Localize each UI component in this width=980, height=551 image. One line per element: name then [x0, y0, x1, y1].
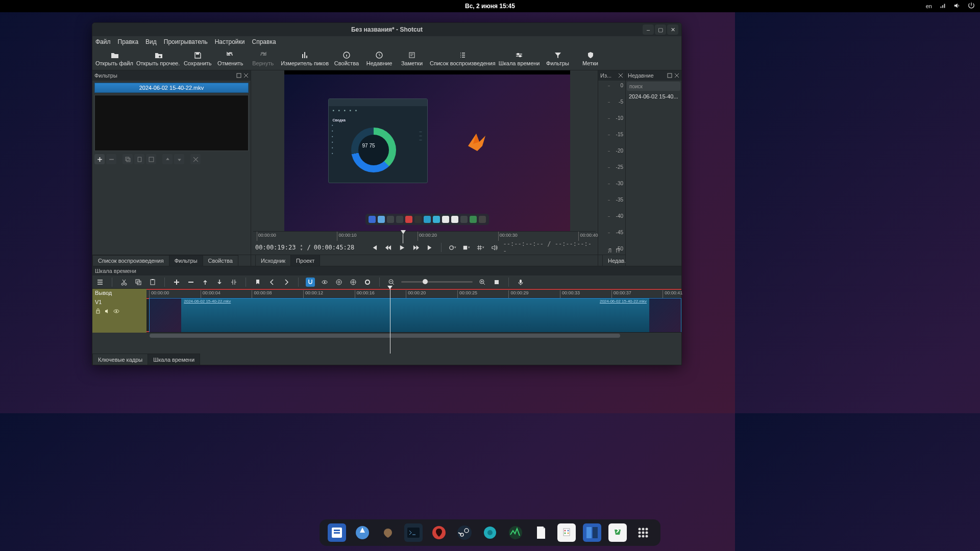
- selected-clip-name[interactable]: 2024-06-02 15-40-22.mkv: [94, 83, 249, 93]
- playlist-button[interactable]: Список воспроизведения: [430, 48, 496, 69]
- split-button[interactable]: [229, 278, 238, 287]
- play-button[interactable]: [397, 242, 408, 253]
- zoom-fit-button-tl[interactable]: [492, 278, 501, 287]
- current-timecode[interactable]: 00:00:19:23: [255, 244, 296, 251]
- lock-icon[interactable]: [95, 308, 101, 314]
- zoom-fit-button[interactable]: ▾: [461, 242, 472, 253]
- close-panel-icon[interactable]: [243, 73, 249, 78]
- tab-keyframes[interactable]: Ключевые кадры: [92, 354, 148, 365]
- menu-bar: Файл Правка Вид Проигрыватель Настройки …: [92, 36, 681, 47]
- undock-icon[interactable]: [236, 73, 241, 78]
- volume-button[interactable]: [489, 242, 500, 253]
- overwrite-button[interactable]: [215, 278, 224, 287]
- window-minimize-button[interactable]: –: [643, 24, 654, 35]
- copy-filter-button[interactable]: [122, 154, 133, 164]
- tab-timeline[interactable]: Шкала времени: [148, 354, 200, 365]
- open-other-button[interactable]: Открыть прочее.: [136, 48, 180, 69]
- player-ruler[interactable]: 00:00:0000:00:1000:00:2000:00:3000:00:40: [253, 231, 596, 240]
- redo-button[interactable]: Вернуть: [248, 48, 278, 69]
- player-playhead[interactable]: [401, 230, 406, 234]
- timeline-clip[interactable]: 2024-06-02 15-40-22.mkv 2024-06-02 15-40…: [149, 298, 681, 333]
- preview-canvas[interactable]: ■■■■■ Сводка ●●●●●● 97 75 ———: [284, 70, 570, 231]
- save-button[interactable]: Сохранить: [183, 48, 212, 69]
- menu-edit[interactable]: Правка: [118, 38, 139, 45]
- svg-rect-6: [237, 73, 241, 78]
- scrub-button[interactable]: [320, 278, 329, 287]
- mute-icon[interactable]: [104, 308, 110, 314]
- marker-button[interactable]: [253, 278, 262, 287]
- append-button[interactable]: [172, 278, 181, 287]
- timeline-ruler[interactable]: 00:00:0000:00:0400:00:0800:00:1200:00:16…: [146, 289, 681, 298]
- record-audio-button[interactable]: [516, 278, 525, 287]
- skip-end-button[interactable]: [425, 242, 436, 253]
- next-marker-button[interactable]: [282, 278, 291, 287]
- ripple-button[interactable]: [334, 278, 344, 287]
- recent-item[interactable]: 2024-06-02 15-40...: [626, 92, 681, 101]
- tab-properties[interactable]: Свойства: [203, 255, 238, 266]
- lift-button[interactable]: [201, 278, 210, 287]
- timeline-menu-button[interactable]: [95, 278, 105, 287]
- timeline-track-v1[interactable]: 2024-06-02 15-40-22.mkv 2024-06-02 15-40…: [146, 298, 681, 333]
- window-maximize-button[interactable]: ▢: [655, 24, 666, 35]
- timeline-scrollbar[interactable]: [146, 333, 681, 339]
- timecode-up[interactable]: ▲: [299, 243, 304, 247]
- skip-start-button[interactable]: [369, 242, 380, 253]
- clip-label-left: 2024-06-02 15-40-22.mkv: [182, 299, 232, 304]
- menu-settings[interactable]: Настройки: [215, 38, 245, 45]
- ripple-all-button[interactable]: [349, 278, 358, 287]
- move-down-button[interactable]: [174, 154, 184, 164]
- cut-button[interactable]: [119, 278, 129, 287]
- remove-filter-button[interactable]: [106, 154, 116, 164]
- undock-icon[interactable]: [667, 73, 672, 78]
- markers-button[interactable]: Метки: [576, 48, 605, 69]
- tab-playlist[interactable]: Список воспроизведения: [92, 255, 169, 266]
- undo-button[interactable]: Отменить: [215, 48, 245, 69]
- peak-meter-button[interactable]: Измеритель пиков: [281, 48, 329, 69]
- loop-button[interactable]: ▾: [447, 242, 458, 253]
- grid-button[interactable]: ▾: [475, 242, 486, 253]
- tab-source[interactable]: Исходник: [255, 255, 291, 266]
- recent-search-input[interactable]: поиск: [627, 82, 680, 91]
- timeline-playhead[interactable]: [390, 286, 390, 354]
- close-panel-icon[interactable]: [618, 73, 623, 78]
- snap-button[interactable]: [306, 278, 315, 287]
- ripple-markers-button[interactable]: [363, 278, 372, 287]
- add-filter-button[interactable]: [94, 154, 105, 164]
- move-up-button[interactable]: [162, 154, 173, 164]
- rewind-button[interactable]: [383, 242, 394, 253]
- window-titlebar[interactable]: Без названия* - Shotcut – ▢ ✕: [92, 23, 681, 36]
- prev-marker-button[interactable]: [267, 278, 277, 287]
- save-filterset-button[interactable]: [146, 154, 156, 164]
- ripple-delete-button[interactable]: [186, 278, 195, 287]
- forward-button[interactable]: [411, 242, 422, 253]
- copy-button[interactable]: [134, 278, 143, 287]
- hide-icon[interactable]: [113, 308, 119, 314]
- filters-list[interactable]: [94, 95, 249, 151]
- deselect-button[interactable]: [190, 154, 201, 164]
- timecode-down[interactable]: ▼: [299, 247, 304, 252]
- notes-button[interactable]: Заметки: [397, 48, 427, 69]
- properties-button[interactable]: Свойства: [332, 48, 361, 69]
- zoom-in-button[interactable]: [478, 278, 487, 287]
- output-track-head[interactable]: Вывод: [92, 289, 146, 298]
- filters-button[interactable]: Фильтры: [543, 48, 573, 69]
- clip-label-right: 2024-06-02 15-40-22.mkv: [598, 299, 648, 304]
- paste-filter-button[interactable]: [134, 154, 144, 164]
- menu-help[interactable]: Справка: [252, 38, 276, 45]
- open-file-button[interactable]: Открыть файл: [95, 48, 133, 69]
- v1-track-head[interactable]: V1: [92, 298, 146, 333]
- close-panel-icon[interactable]: [674, 73, 679, 78]
- timeline-button[interactable]: Шкала времени: [499, 48, 540, 69]
- menu-view[interactable]: Вид: [145, 38, 157, 45]
- filters-panel-title: Фильтры: [94, 72, 117, 79]
- paste-button[interactable]: [148, 278, 157, 287]
- preview-gauge-numbers: 97 75: [362, 143, 375, 148]
- zoom-out-button[interactable]: [387, 278, 396, 287]
- recent-button[interactable]: Недавние: [364, 48, 394, 69]
- menu-file[interactable]: Файл: [95, 38, 111, 45]
- tab-project[interactable]: Проект: [290, 255, 320, 266]
- window-close-button[interactable]: ✕: [667, 24, 678, 35]
- zoom-slider[interactable]: [401, 281, 473, 283]
- menu-player[interactable]: Проигрыватель: [164, 38, 208, 45]
- tab-filters[interactable]: Фильтры: [169, 255, 203, 266]
